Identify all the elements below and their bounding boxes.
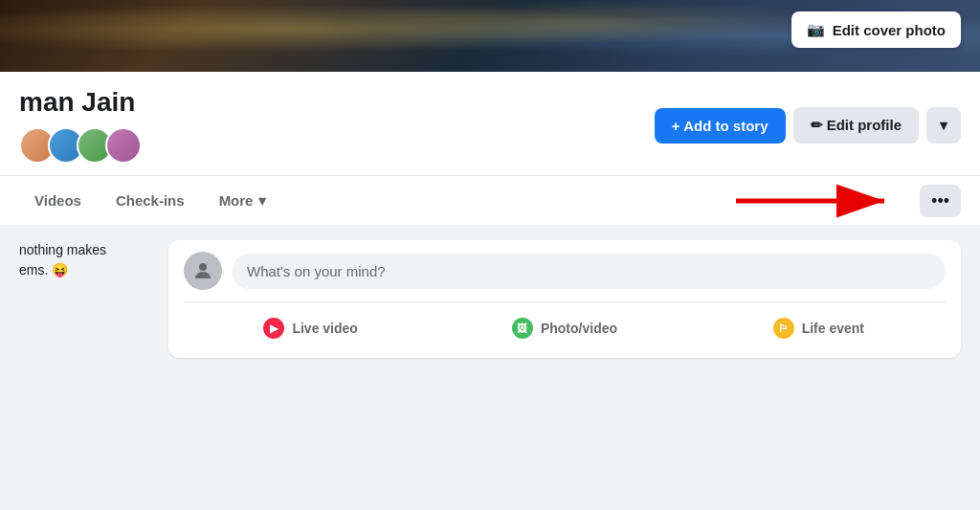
profile-section: man Jain + Add to story ✏ Edit profile ▾ bbox=[0, 72, 980, 175]
photo-video-action[interactable]: 🖼 Photo/video bbox=[437, 310, 691, 346]
live-video-label: Live video bbox=[292, 321, 357, 336]
profile-left: man Jain bbox=[19, 87, 142, 164]
friends-avatars bbox=[19, 127, 142, 164]
sidebar-text: nothing makesems. 😝 bbox=[19, 242, 106, 277]
nav-videos-label: Videos bbox=[34, 192, 81, 209]
nav-more-label: More bbox=[219, 192, 254, 209]
cover-photo: 📷 Edit cover photo bbox=[0, 0, 980, 72]
nav-checkins-label: Check-ins bbox=[116, 192, 185, 209]
composer-placeholder: What's on your mind? bbox=[247, 263, 386, 279]
live-video-icon: ▶ bbox=[263, 318, 284, 339]
nav-items: Videos Check-ins More ▾ bbox=[19, 183, 281, 219]
nav-bar: Videos Check-ins More ▾ ••• bbox=[0, 175, 980, 225]
life-event-label: Life event bbox=[802, 321, 864, 336]
profile-actions: + Add to story ✏ Edit profile ▾ bbox=[655, 107, 961, 144]
add-to-story-button[interactable]: + Add to story bbox=[655, 108, 786, 144]
composer-top: What's on your mind? bbox=[184, 252, 946, 290]
post-composer: What's on your mind? ▶ Live video 🖼 Phot… bbox=[168, 240, 961, 358]
live-video-action[interactable]: ▶ Live video bbox=[184, 310, 437, 346]
edit-cover-label: Edit cover photo bbox=[833, 22, 946, 38]
content-area: nothing makesems. 😝 What's on your mind?… bbox=[0, 225, 980, 510]
composer-avatar bbox=[184, 252, 222, 290]
photo-video-icon: 🖼 bbox=[512, 318, 533, 339]
nav-right: ••• bbox=[920, 185, 961, 217]
nav-item-videos[interactable]: Videos bbox=[19, 183, 97, 218]
chevron-down-icon: ▾ bbox=[940, 117, 947, 133]
svg-point-2 bbox=[199, 263, 207, 271]
more-chevron-icon: ▾ bbox=[258, 192, 266, 210]
profile-more-button[interactable]: ▾ bbox=[926, 107, 961, 144]
nav-item-more[interactable]: More ▾ bbox=[204, 183, 282, 219]
edit-cover-button[interactable]: 📷 Edit cover photo bbox=[791, 11, 961, 48]
left-sidebar: nothing makesems. 😝 bbox=[0, 240, 153, 510]
composer-actions: ▶ Live video 🖼 Photo/video 🏳 Life event bbox=[184, 301, 946, 346]
profile-info-row: man Jain + Add to story ✏ Edit profile ▾ bbox=[19, 72, 961, 175]
three-dots-icon: ••• bbox=[931, 191, 949, 211]
red-arrow bbox=[726, 182, 918, 220]
profile-name: man Jain bbox=[19, 87, 142, 118]
life-event-icon: 🏳 bbox=[773, 318, 794, 339]
life-event-action[interactable]: 🏳 Life event bbox=[692, 310, 946, 346]
nav-dots-button[interactable]: ••• bbox=[920, 185, 961, 217]
user-icon bbox=[191, 259, 214, 282]
main-content: What's on your mind? ▶ Live video 🖼 Phot… bbox=[168, 240, 980, 510]
nav-item-checkins[interactable]: Check-ins bbox=[100, 183, 200, 218]
avatar bbox=[105, 127, 142, 164]
add-story-label: + Add to story bbox=[672, 118, 768, 134]
photo-video-label: Photo/video bbox=[541, 321, 617, 336]
composer-input[interactable]: What's on your mind? bbox=[232, 254, 946, 289]
camera-icon: 📷 bbox=[807, 21, 825, 38]
edit-profile-label: ✏ Edit profile bbox=[811, 117, 902, 134]
edit-profile-button[interactable]: ✏ Edit profile bbox=[793, 107, 920, 144]
